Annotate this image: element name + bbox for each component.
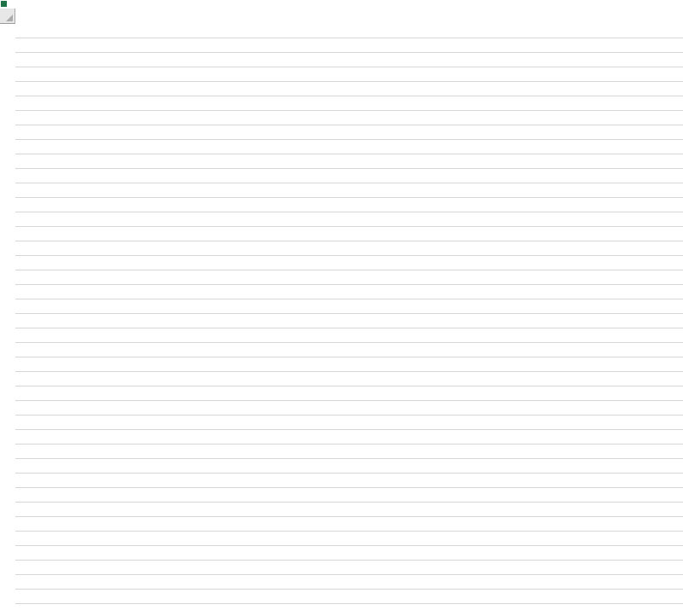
select-all-triangle-icon: [6, 15, 13, 21]
select-all-button[interactable]: [0, 9, 15, 24]
fill-handle[interactable]: [0, 0, 8, 8]
cells-area[interactable]: [15, 24, 683, 616]
spreadsheet: [0, 0, 683, 616]
